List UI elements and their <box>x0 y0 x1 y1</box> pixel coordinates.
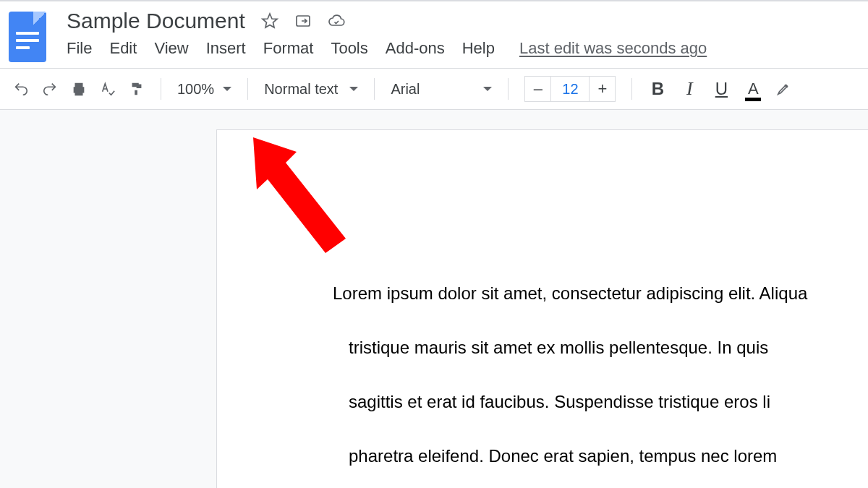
separator <box>631 78 632 100</box>
highlight-color-icon[interactable] <box>775 81 791 97</box>
separator <box>374 78 375 100</box>
paragraph-style-value: Normal text <box>264 81 338 98</box>
text-color-button[interactable]: A <box>744 80 762 98</box>
svg-marker-2 <box>253 137 346 253</box>
chevron-down-icon <box>483 87 492 91</box>
menu-file[interactable]: File <box>67 39 92 58</box>
document-page[interactable]: Lorem ipsum dolor sit amet, consectetur … <box>217 130 868 488</box>
italic-button[interactable]: I <box>680 78 699 100</box>
docs-logo[interactable] <box>9 12 46 62</box>
font-family-value: Arial <box>391 81 420 98</box>
annotation-arrow-icon <box>246 137 347 253</box>
underline-button[interactable]: U <box>712 79 731 99</box>
chevron-down-icon <box>223 87 231 91</box>
menu-insert[interactable]: Insert <box>206 39 246 58</box>
menu-edit[interactable]: Edit <box>109 39 137 58</box>
font-size-input[interactable]: 12 <box>551 77 589 101</box>
body-line: pharetra eleifend. Donec erat sapien, te… <box>333 446 777 466</box>
increase-font-size-button[interactable]: + <box>589 77 615 101</box>
paint-format-icon[interactable] <box>129 81 145 97</box>
menu-format[interactable]: Format <box>263 39 314 58</box>
cloud-saved-icon[interactable] <box>328 12 345 30</box>
menu-bar: File Edit View Insert Format Tools Add-o… <box>67 39 859 68</box>
zoom-dropdown[interactable]: 100% <box>177 81 231 98</box>
body-line: Lorem ipsum dolor sit amet, consectetur … <box>333 283 807 303</box>
body-line: tristique mauris sit amet ex mollis pell… <box>333 338 768 357</box>
menu-help[interactable]: Help <box>462 39 495 58</box>
document-body[interactable]: Lorem ipsum dolor sit amet, consectetur … <box>333 253 868 488</box>
chevron-down-icon <box>349 87 358 91</box>
paragraph-style-dropdown[interactable]: Normal text <box>264 81 358 98</box>
print-icon[interactable] <box>71 81 87 97</box>
star-icon[interactable] <box>261 12 278 30</box>
canvas-area: Lorem ipsum dolor sit amet, consectetur … <box>0 110 868 488</box>
body-line: sagittis et erat id faucibus. Suspendiss… <box>333 392 770 411</box>
font-family-dropdown[interactable]: Arial <box>391 81 492 98</box>
menu-view[interactable]: View <box>154 39 188 58</box>
redo-icon[interactable] <box>42 81 58 97</box>
font-size-stepper: – 12 + <box>524 76 616 102</box>
separator <box>247 78 248 100</box>
move-to-folder-icon[interactable] <box>294 12 312 30</box>
menu-addons[interactable]: Add-ons <box>386 39 445 58</box>
last-edit-link[interactable]: Last edit was seconds ago <box>519 39 707 58</box>
separator <box>161 78 161 100</box>
menu-tools[interactable]: Tools <box>331 39 367 58</box>
decrease-font-size-button[interactable]: – <box>525 77 551 101</box>
spellcheck-icon[interactable] <box>100 81 116 97</box>
undo-icon[interactable] <box>13 81 29 97</box>
zoom-value: 100% <box>177 81 214 98</box>
separator <box>508 78 509 100</box>
document-title[interactable]: Sample Document <box>67 9 245 33</box>
bold-button[interactable]: B <box>648 79 667 99</box>
toolbar: 100% Normal text Arial – 12 + B I U A <box>0 68 868 110</box>
svg-marker-0 <box>263 14 277 27</box>
